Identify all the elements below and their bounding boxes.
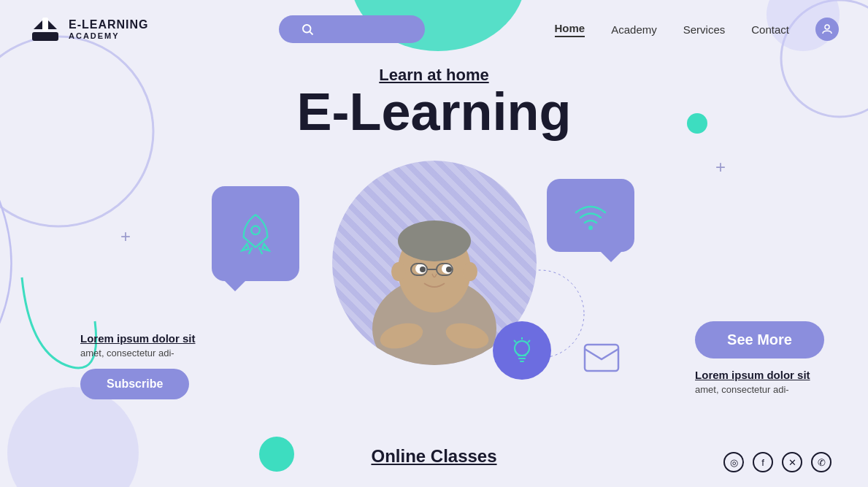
right-body: amet, consectetur adi- xyxy=(695,384,824,395)
email-icon-wrap xyxy=(583,343,620,375)
logo-sub: ACADEMY xyxy=(69,31,149,40)
left-heading: Lorem ipsum dolor sit xyxy=(80,332,196,345)
svg-line-33 xyxy=(528,340,530,342)
online-classes: Online Classes xyxy=(371,446,496,467)
email-icon xyxy=(583,343,620,372)
svg-point-15 xyxy=(588,226,593,230)
nav: Home Academy Services Contact xyxy=(555,18,839,41)
instagram-icon[interactable]: ◎ xyxy=(723,452,744,472)
right-heading: Lorem ipsum dolor sit xyxy=(695,369,824,381)
logo-main: E-LEARNING xyxy=(69,18,149,31)
nav-academy[interactable]: Academy xyxy=(611,23,657,36)
svg-point-22 xyxy=(463,262,477,281)
nav-contact[interactable]: Contact xyxy=(751,23,789,36)
rocket-icon xyxy=(230,208,281,259)
svg-rect-6 xyxy=(32,32,58,41)
bulb-icon xyxy=(505,334,539,367)
svg-point-12 xyxy=(251,226,260,235)
svg-line-32 xyxy=(514,340,516,342)
subscribe-button[interactable]: Subscribe xyxy=(80,369,189,399)
logo: E-LEARNING ACADEMY xyxy=(29,13,149,45)
svg-point-21 xyxy=(391,262,406,281)
rocket-card xyxy=(212,186,299,281)
twitter-icon[interactable]: ✕ xyxy=(782,452,802,472)
svg-point-20 xyxy=(398,221,471,261)
left-body: amet, consectetur adi- xyxy=(80,348,196,358)
svg-point-9 xyxy=(303,25,311,33)
see-more-button[interactable]: See More xyxy=(695,321,824,358)
whatsapp-icon[interactable]: ✆ xyxy=(811,452,831,472)
logo-text: E-LEARNING ACADEMY xyxy=(69,18,149,40)
facebook-icon[interactable]: f xyxy=(753,452,773,472)
svg-point-30 xyxy=(515,341,529,356)
svg-rect-8 xyxy=(42,18,48,31)
left-text-block: Lorem ipsum dolor sit amet, consectetur … xyxy=(80,332,196,399)
search-bar[interactable] xyxy=(279,15,425,43)
bulb-bubble xyxy=(493,321,551,380)
svg-line-10 xyxy=(310,31,312,34)
logo-icon xyxy=(29,13,61,45)
header: E-LEARNING ACADEMY Home Academy Services… xyxy=(0,0,868,58)
user-icon[interactable] xyxy=(815,18,839,41)
wifi-card xyxy=(547,179,634,252)
nav-home[interactable]: Home xyxy=(555,22,585,37)
main-content: Lorem ipsum dolor sit amet, consectetur … xyxy=(0,117,868,487)
social-icons: ◎ f ✕ ✆ xyxy=(723,452,831,472)
right-text-block: See More Lorem ipsum dolor sit amet, con… xyxy=(695,321,824,395)
nav-services[interactable]: Services xyxy=(683,23,726,36)
svg-point-25 xyxy=(420,266,426,272)
wifi-icon xyxy=(569,193,612,237)
svg-rect-34 xyxy=(585,345,618,371)
search-icon xyxy=(301,23,314,36)
svg-point-26 xyxy=(446,266,452,272)
user-svg xyxy=(821,23,834,36)
svg-point-11 xyxy=(825,25,829,29)
